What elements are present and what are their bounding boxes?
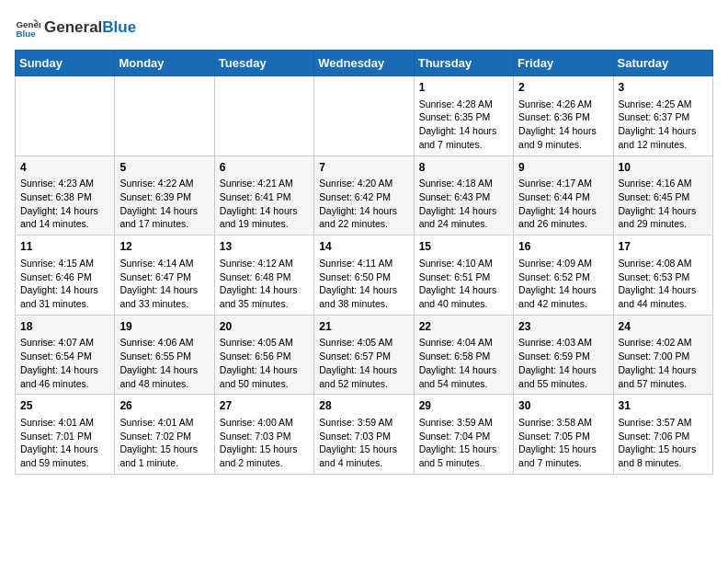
- cell-content-line: Sunset: 7:06 PM: [619, 430, 708, 443]
- cell-content-line: Daylight: 14 hours: [419, 204, 508, 218]
- cell-content-line: Sunrise: 4:07 AM: [20, 336, 109, 350]
- cell-content-line: and 29 minutes.: [619, 217, 708, 231]
- calendar-cell: [314, 76, 414, 156]
- cell-content-line: Sunset: 6:42 PM: [319, 190, 408, 204]
- cell-content-line: Sunset: 6:58 PM: [419, 350, 508, 363]
- cell-content-line: Sunrise: 4:08 AM: [619, 257, 708, 270]
- day-number: 20: [220, 319, 309, 335]
- cell-content-line: Daylight: 14 hours: [518, 124, 608, 138]
- calendar-cell: 31Sunrise: 3:57 AMSunset: 7:06 PMDayligh…: [613, 395, 712, 475]
- day-number: 22: [419, 319, 508, 335]
- logo: General Blue GeneralBlue: [15, 15, 136, 40]
- cell-content-line: and 38 minutes.: [319, 297, 408, 311]
- logo-icon: General Blue: [15, 15, 40, 40]
- calendar-cell: 12Sunrise: 4:14 AMSunset: 6:47 PMDayligh…: [115, 236, 214, 316]
- cell-content-line: Sunrise: 4:16 AM: [619, 177, 708, 190]
- cell-content-line: Sunrise: 4:05 AM: [319, 336, 408, 350]
- cell-content-line: Sunrise: 4:22 AM: [119, 177, 209, 190]
- calendar-cell: 6Sunrise: 4:21 AMSunset: 6:41 PMDaylight…: [214, 155, 313, 236]
- cell-content-line: and 33 minutes.: [119, 297, 209, 311]
- cell-content-line: Sunset: 6:36 PM: [518, 110, 608, 124]
- cell-content-line: Sunset: 6:41 PM: [220, 190, 309, 204]
- cell-content-line: and 55 minutes.: [518, 377, 608, 391]
- calendar-cell: 2Sunrise: 4:26 AMSunset: 6:36 PMDaylight…: [514, 76, 613, 156]
- cell-content-line: Daylight: 14 hours: [518, 283, 608, 297]
- cell-content-line: Sunset: 6:56 PM: [220, 350, 309, 363]
- day-number: 27: [220, 398, 309, 414]
- calendar-cell: 25Sunrise: 4:01 AMSunset: 7:01 PMDayligh…: [16, 395, 115, 475]
- cell-content-line: Daylight: 14 hours: [518, 363, 608, 377]
- cell-content-line: Sunrise: 4:01 AM: [20, 416, 109, 430]
- cell-content-line: and 46 minutes.: [20, 377, 109, 391]
- cell-content-line: and 50 minutes.: [220, 377, 309, 391]
- cell-content-line: and 57 minutes.: [619, 377, 708, 391]
- day-number: 6: [220, 160, 309, 176]
- cell-content-line: Daylight: 14 hours: [619, 204, 708, 218]
- cell-content-line: Daylight: 15 hours: [319, 442, 408, 456]
- cell-content-line: Daylight: 14 hours: [119, 363, 209, 377]
- calendar-cell: 27Sunrise: 4:00 AMSunset: 7:03 PMDayligh…: [214, 395, 313, 475]
- cell-content-line: Sunset: 6:46 PM: [20, 270, 109, 284]
- day-number: 28: [319, 398, 408, 414]
- calendar-cell: 28Sunrise: 3:59 AMSunset: 7:03 PMDayligh…: [314, 395, 414, 475]
- day-number: 31: [619, 398, 708, 414]
- day-number: 24: [619, 319, 708, 335]
- cell-content-line: Sunrise: 3:57 AM: [619, 416, 708, 430]
- cell-content-line: Sunrise: 4:23 AM: [20, 177, 109, 190]
- cell-content-line: Daylight: 14 hours: [319, 204, 408, 218]
- cell-content-line: Sunset: 7:05 PM: [518, 430, 608, 443]
- day-number: 2: [518, 80, 608, 96]
- day-header-wednesday: Wednesday: [314, 51, 414, 76]
- logo-general-text: GeneralBlue: [44, 19, 136, 37]
- cell-content-line: Sunset: 7:02 PM: [119, 430, 209, 443]
- calendar-week-row: 25Sunrise: 4:01 AMSunset: 7:01 PMDayligh…: [16, 395, 713, 475]
- cell-content-line: Sunset: 6:52 PM: [518, 270, 608, 284]
- cell-content-line: Daylight: 14 hours: [119, 204, 209, 218]
- cell-content-line: Daylight: 14 hours: [419, 283, 508, 297]
- cell-content-line: and 7 minutes.: [419, 138, 508, 152]
- cell-content-line: and 7 minutes.: [518, 456, 608, 470]
- cell-content-line: Sunrise: 4:05 AM: [220, 336, 309, 350]
- cell-content-line: Sunrise: 4:02 AM: [619, 336, 708, 350]
- day-header-friday: Friday: [514, 51, 613, 76]
- cell-content-line: Sunset: 7:03 PM: [319, 430, 408, 443]
- cell-content-line: and 48 minutes.: [119, 377, 209, 391]
- calendar-week-row: 4Sunrise: 4:23 AMSunset: 6:38 PMDaylight…: [16, 155, 713, 236]
- cell-content-line: Sunset: 6:45 PM: [619, 190, 708, 204]
- cell-content-line: and 31 minutes.: [20, 297, 109, 311]
- cell-content-line: Sunrise: 4:14 AM: [119, 257, 209, 270]
- day-number: 10: [619, 160, 708, 176]
- cell-content-line: Sunset: 6:51 PM: [419, 270, 508, 284]
- cell-content-line: Sunrise: 4:25 AM: [619, 98, 708, 111]
- cell-content-line: Daylight: 14 hours: [20, 363, 109, 377]
- day-number: 4: [20, 160, 109, 176]
- cell-content-line: Sunrise: 4:11 AM: [319, 257, 408, 270]
- calendar-week-row: 11Sunrise: 4:15 AMSunset: 6:46 PMDayligh…: [16, 236, 713, 316]
- day-number: 21: [319, 319, 408, 335]
- cell-content-line: Daylight: 14 hours: [20, 204, 109, 218]
- cell-content-line: Sunset: 6:59 PM: [518, 350, 608, 363]
- calendar-cell: 5Sunrise: 4:22 AMSunset: 6:39 PMDaylight…: [115, 155, 214, 236]
- day-header-thursday: Thursday: [414, 51, 513, 76]
- cell-content-line: Sunrise: 4:18 AM: [419, 177, 508, 190]
- cell-content-line: and 59 minutes.: [20, 456, 109, 470]
- cell-content-line: Sunset: 6:35 PM: [419, 110, 508, 124]
- cell-content-line: Sunrise: 4:17 AM: [518, 177, 608, 190]
- day-number: 16: [518, 239, 608, 255]
- svg-text:Blue: Blue: [16, 29, 36, 39]
- day-header-saturday: Saturday: [613, 51, 712, 76]
- cell-content-line: Sunset: 6:55 PM: [119, 350, 209, 363]
- cell-content-line: Sunset: 7:04 PM: [419, 430, 508, 443]
- cell-content-line: Sunrise: 4:03 AM: [518, 336, 608, 350]
- calendar-cell: 4Sunrise: 4:23 AMSunset: 6:38 PMDaylight…: [16, 155, 115, 236]
- calendar-cell: 13Sunrise: 4:12 AMSunset: 6:48 PMDayligh…: [214, 236, 313, 316]
- day-number: 26: [119, 398, 209, 414]
- day-number: 23: [518, 319, 608, 335]
- cell-content-line: Daylight: 14 hours: [220, 363, 309, 377]
- cell-content-line: Sunset: 6:38 PM: [20, 190, 109, 204]
- cell-content-line: Sunrise: 4:26 AM: [518, 98, 608, 111]
- cell-content-line: and 9 minutes.: [518, 138, 608, 152]
- cell-content-line: Sunset: 6:57 PM: [319, 350, 408, 363]
- cell-content-line: Sunrise: 4:09 AM: [518, 257, 608, 270]
- calendar-cell: 9Sunrise: 4:17 AMSunset: 6:44 PMDaylight…: [514, 155, 613, 236]
